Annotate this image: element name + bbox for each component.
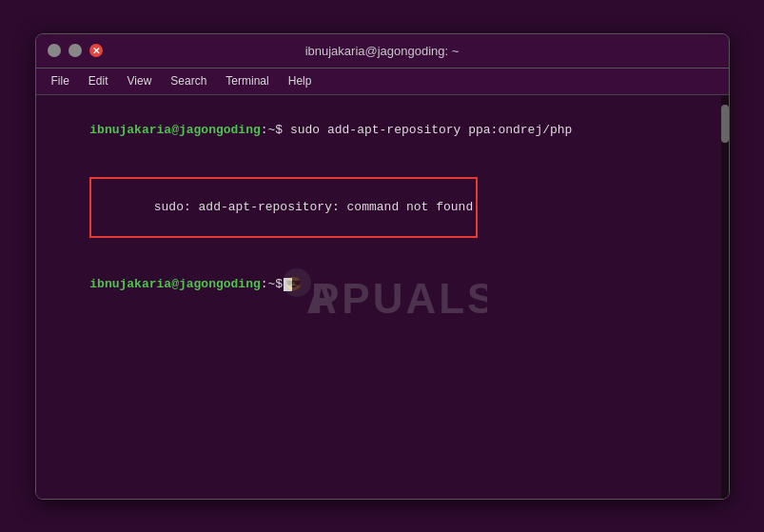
terminal-line-1: ibnujakaria@jagongoding:~$ sudo add-apt-… <box>46 103 719 159</box>
menubar: File Edit View Search Terminal Help <box>36 69 729 95</box>
menu-view[interactable]: View <box>120 72 160 89</box>
scrollbar-thumb[interactable] <box>721 105 729 143</box>
maximize-button[interactable]: □ <box>69 44 82 57</box>
prompt-user-1: ibnujakaria@jagongoding <box>89 123 260 137</box>
window-controls-group: − □ ✕ <box>48 44 103 57</box>
menu-terminal[interactable]: Terminal <box>218 72 276 89</box>
svg-text:PPUALS: PPUALS <box>311 275 487 322</box>
prompt-user-2: ibnujakaria@jagongoding <box>89 277 260 291</box>
svg-text:A: A <box>306 275 337 322</box>
terminal-body[interactable]: 😎 PPUALS A ibnujakaria@jagongoding:~$ su… <box>36 95 729 499</box>
menu-search[interactable]: Search <box>163 72 214 89</box>
menu-file[interactable]: File <box>44 72 77 89</box>
window-title: ibnujakaria@jagongoding: ~ <box>305 44 460 58</box>
titlebar: − □ ✕ ibnujakaria@jagongoding: ~ <box>36 34 729 69</box>
error-box: sudo: add-apt-repository: command not fo… <box>89 177 478 239</box>
terminal-line-2: sudo: add-apt-repository: command not fo… <box>46 158 719 257</box>
close-button[interactable]: ✕ <box>89 44 103 57</box>
terminal-window: − □ ✕ ibnujakaria@jagongoding: ~ File Ed… <box>35 33 730 500</box>
prompt-suffix-1: :~$ <box>261 123 283 137</box>
command-1: sudo add-apt-repository ppa:ondrej/php <box>283 123 572 137</box>
svg-text:😎: 😎 <box>285 276 303 292</box>
watermark: 😎 PPUALS A <box>278 264 487 330</box>
menu-edit[interactable]: Edit <box>81 72 116 89</box>
menu-help[interactable]: Help <box>281 72 320 89</box>
minimize-button[interactable]: − <box>48 44 61 57</box>
error-text: sudo: add-apt-repository: command not fo… <box>154 200 473 214</box>
scrollbar[interactable] <box>721 95 729 499</box>
